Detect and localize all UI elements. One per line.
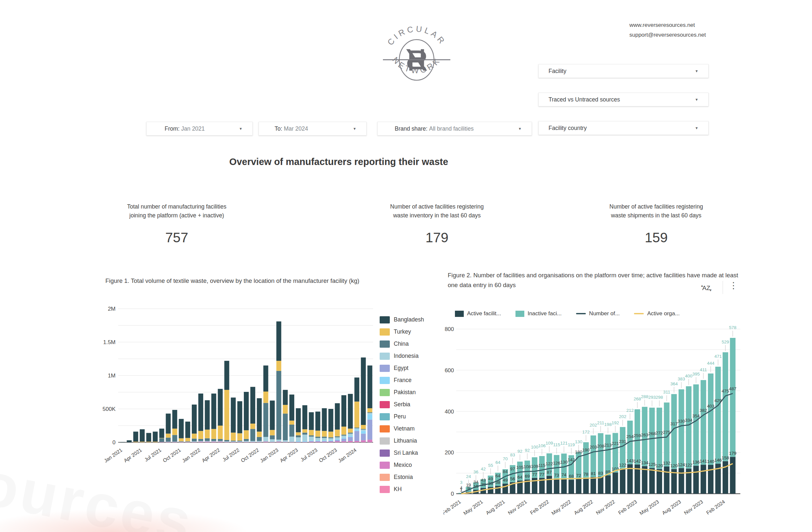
bar-segment-turkey[interactable]: [250, 423, 255, 429]
bar-segment-turkey[interactable]: [153, 442, 158, 442]
bar-segment-turkey[interactable]: [367, 408, 373, 412]
bar-segment-bangladesh[interactable]: [192, 405, 197, 434]
bar-active-facilities[interactable]: [568, 479, 574, 494]
bar-segment-bangladesh[interactable]: [283, 390, 288, 405]
bar-segment-france[interactable]: [361, 431, 366, 433]
bar-segment-other[interactable]: [361, 440, 366, 442]
bar-inactive-facilities[interactable]: [730, 338, 736, 457]
bar-active-facilities[interactable]: [730, 457, 736, 494]
bar-segment-france[interactable]: [316, 441, 320, 441]
bar-segment-other[interactable]: [348, 441, 353, 442]
bar-active-facilities[interactable]: [488, 487, 493, 494]
bar-segment-turkey[interactable]: [198, 431, 203, 439]
bar-segment-china[interactable]: [212, 439, 216, 441]
bar-segment-other[interactable]: [244, 442, 249, 442]
legend-item-estonia[interactable]: Estonia: [380, 471, 424, 483]
bar-segment-indonesia[interactable]: [179, 442, 184, 442]
bar-segment-other[interactable]: [263, 442, 269, 442]
bar-segment-indonesia[interactable]: [185, 442, 190, 442]
bar-segment-bangladesh[interactable]: [361, 358, 366, 425]
bar-segment-bangladesh[interactable]: [198, 393, 203, 431]
bar-segment-indonesia[interactable]: [205, 441, 210, 442]
bar-segment-indonesia[interactable]: [335, 437, 340, 439]
bar-inactive-facilities[interactable]: [693, 384, 699, 465]
bar-segment-other[interactable]: [185, 442, 190, 442]
legend-item-turkey[interactable]: Turkey: [380, 326, 424, 338]
bar-active-facilities[interactable]: [554, 479, 559, 494]
bar-segment-bangladesh[interactable]: [328, 409, 333, 431]
bar-segment-bangladesh[interactable]: [224, 361, 229, 390]
bar-segment-indonesia[interactable]: [270, 439, 275, 442]
bar-segment-france[interactable]: [328, 440, 333, 441]
bar-segment-other[interactable]: [205, 442, 210, 442]
bar-segment-bangladesh[interactable]: [133, 431, 138, 442]
bar-segment-indonesia[interactable]: [263, 437, 269, 442]
date-from-dropdown[interactable]: From: Jan 2021 ▼: [146, 122, 253, 135]
bar-segment-other[interactable]: [270, 442, 275, 442]
legend-item-egypt[interactable]: Egypt: [380, 362, 424, 374]
bar-inactive-facilities[interactable]: [701, 380, 706, 464]
bar-active-facilities[interactable]: [701, 464, 706, 494]
bar-segment-other[interactable]: [296, 442, 301, 442]
bar-segment-bangladesh[interactable]: [237, 401, 242, 433]
bar-active-facilities[interactable]: [642, 466, 647, 494]
bar-active-facilities[interactable]: [679, 468, 684, 494]
bar-segment-turkey[interactable]: [166, 433, 171, 437]
bar-segment-bangladesh[interactable]: [342, 395, 346, 427]
bar-segment-indonesia[interactable]: [231, 441, 236, 442]
legend-item-vietnam[interactable]: Vietnam: [380, 423, 424, 435]
bar-segment-france[interactable]: [296, 441, 301, 442]
bar-segment-other[interactable]: [198, 442, 203, 442]
bar-segment-china[interactable]: [231, 441, 236, 441]
bar-segment-turkey[interactable]: [179, 438, 184, 441]
bar-segment-egypt[interactable]: [367, 420, 373, 440]
bar-segment-china[interactable]: [205, 438, 210, 441]
bar-segment-indonesia[interactable]: [367, 413, 373, 414]
bar-segment-indonesia[interactable]: [250, 441, 255, 442]
bar-segment-other[interactable]: [276, 442, 281, 442]
bar-segment-china[interactable]: [166, 438, 171, 442]
bar-segment-bangladesh[interactable]: [250, 387, 255, 423]
bar-segment-other[interactable]: [224, 442, 229, 442]
bar-segment-china[interactable]: [218, 439, 223, 441]
bar-segment-china[interactable]: [198, 439, 203, 441]
bar-segment-china[interactable]: [328, 437, 333, 438]
bar-segment-turkey[interactable]: [348, 429, 353, 432]
bar-segment-bangladesh[interactable]: [309, 412, 314, 430]
bar-segment-indonesia[interactable]: [302, 435, 307, 441]
website-link[interactable]: www.reverseresources.net: [629, 20, 706, 30]
bar-segment-turkey[interactable]: [159, 438, 164, 438]
bar-segment-france[interactable]: [322, 441, 327, 441]
bar-segment-indonesia[interactable]: [348, 433, 353, 435]
bar-segment-bangladesh[interactable]: [140, 429, 145, 442]
bar-segment-bangladesh[interactable]: [127, 440, 132, 442]
bar-segment-turkey[interactable]: [237, 433, 242, 440]
legend-item-kh[interactable]: KH: [380, 483, 424, 495]
bar-segment-other[interactable]: [342, 441, 346, 442]
bar-segment-turkey[interactable]: [146, 442, 151, 442]
bar-segment-indonesia[interactable]: [212, 441, 216, 442]
bar-segment-other[interactable]: [257, 442, 262, 442]
traced-sources-filter-dropdown[interactable]: Traced vs Untraced sources ▼: [538, 93, 709, 106]
bar-segment-other[interactable]: [328, 442, 333, 442]
bar-active-facilities[interactable]: [649, 468, 655, 494]
bar-segment-china[interactable]: [270, 435, 275, 439]
more-options-kebab-icon[interactable]: ⋮: [728, 280, 738, 291]
legend-item-mexico[interactable]: Mexico: [380, 459, 424, 471]
bar-segment-other[interactable]: [159, 442, 164, 442]
bar-segment-other[interactable]: [212, 442, 216, 442]
bar-segment-other[interactable]: [179, 442, 184, 442]
bar-segment-indonesia[interactable]: [289, 437, 294, 442]
bar-active-facilities[interactable]: [503, 484, 508, 494]
bar-segment-bangladesh[interactable]: [263, 365, 269, 391]
bar-segment-bangladesh[interactable]: [153, 431, 158, 442]
bar-segment-turkey[interactable]: [212, 429, 216, 439]
bar-segment-china[interactable]: [276, 371, 281, 440]
bar-segment-france[interactable]: [309, 441, 314, 441]
bar-segment-china[interactable]: [296, 435, 301, 437]
bar-segment-france[interactable]: [354, 430, 359, 431]
bar-segment-bangladesh[interactable]: [348, 394, 353, 429]
bar-active-facilities[interactable]: [583, 478, 589, 494]
bar-segment-bangladesh[interactable]: [212, 393, 216, 429]
bar-segment-turkey[interactable]: [231, 432, 236, 440]
